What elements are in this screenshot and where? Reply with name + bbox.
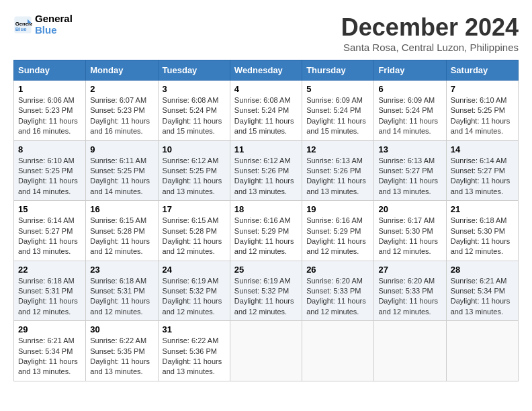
day-number: 25 xyxy=(234,265,298,275)
day-info: Sunrise: 6:12 AMSunset: 5:26 PMDaylight:… xyxy=(234,156,298,197)
calendar-cell: 3Sunrise: 6:08 AMSunset: 5:24 PMDaylight… xyxy=(158,81,230,141)
day-info: Sunrise: 6:10 AMSunset: 5:25 PMDaylight:… xyxy=(18,156,81,197)
calendar-cell: 5Sunrise: 6:09 AMSunset: 5:24 PMDaylight… xyxy=(302,81,374,141)
sunrise-label: Sunrise: 6:19 AM xyxy=(234,277,291,285)
calendar-week-1: 1Sunrise: 6:06 AMSunset: 5:23 PMDaylight… xyxy=(14,81,519,141)
day-info: Sunrise: 6:07 AMSunset: 5:23 PMDaylight:… xyxy=(90,95,153,137)
daylight-label: Daylight: 11 hours and 12 minutes. xyxy=(306,237,366,255)
calendar-cell xyxy=(302,321,374,381)
day-number: 27 xyxy=(378,265,441,275)
sunrise-label: Sunrise: 6:22 AM xyxy=(163,336,219,345)
daylight-label: Daylight: 11 hours and 16 minutes. xyxy=(90,117,150,135)
daylight-label: Daylight: 11 hours and 12 minutes. xyxy=(163,237,222,255)
day-number: 7 xyxy=(451,84,514,94)
day-number: 20 xyxy=(378,204,441,214)
day-number: 31 xyxy=(163,324,226,334)
daylight-label: Daylight: 11 hours and 15 minutes. xyxy=(234,117,294,135)
calendar-week-4: 22Sunrise: 6:18 AMSunset: 5:31 PMDayligh… xyxy=(14,261,519,321)
day-info: Sunrise: 6:17 AMSunset: 5:30 PMDaylight:… xyxy=(378,216,441,257)
day-info: Sunrise: 6:11 AMSunset: 5:25 PMDaylight:… xyxy=(90,156,153,197)
sunset-label: Sunset: 5:31 PM xyxy=(18,287,73,295)
calendar-cell: 21Sunrise: 6:18 AMSunset: 5:30 PMDayligh… xyxy=(446,201,518,261)
sunrise-label: Sunrise: 6:17 AM xyxy=(378,216,435,224)
calendar-cell: 19Sunrise: 6:16 AMSunset: 5:29 PMDayligh… xyxy=(302,201,374,261)
daylight-label: Daylight: 11 hours and 13 minutes. xyxy=(378,177,438,195)
sunset-label: Sunset: 5:33 PM xyxy=(306,287,361,295)
day-number: 14 xyxy=(451,144,514,154)
calendar-week-2: 8Sunrise: 6:10 AMSunset: 5:25 PMDaylight… xyxy=(14,140,519,201)
sunset-label: Sunset: 5:32 PM xyxy=(234,287,289,295)
day-info: Sunrise: 6:06 AMSunset: 5:23 PMDaylight:… xyxy=(18,95,81,137)
sunset-label: Sunset: 5:28 PM xyxy=(90,227,144,235)
sunset-label: Sunset: 5:32 PM xyxy=(163,287,217,295)
sunset-label: Sunset: 5:34 PM xyxy=(451,287,505,295)
day-number: 4 xyxy=(234,84,298,94)
day-info: Sunrise: 6:22 AMSunset: 5:36 PMDaylight:… xyxy=(163,336,226,377)
calendar-cell xyxy=(374,321,446,381)
sunset-label: Sunset: 5:29 PM xyxy=(234,227,289,235)
logo: General Blue General Blue xyxy=(13,13,73,36)
calendar-cell: 18Sunrise: 6:16 AMSunset: 5:29 PMDayligh… xyxy=(230,201,302,261)
calendar-cell: 17Sunrise: 6:15 AMSunset: 5:28 PMDayligh… xyxy=(158,201,230,261)
calendar-cell: 11Sunrise: 6:12 AMSunset: 5:26 PMDayligh… xyxy=(230,140,302,201)
sunrise-label: Sunrise: 6:08 AM xyxy=(234,96,291,104)
calendar-header-wednesday: Wednesday xyxy=(230,60,302,81)
daylight-label: Daylight: 11 hours and 13 minutes. xyxy=(163,177,222,195)
daylight-label: Daylight: 11 hours and 15 minutes. xyxy=(306,117,366,135)
sunrise-label: Sunrise: 6:18 AM xyxy=(90,277,146,285)
sunrise-label: Sunrise: 6:07 AM xyxy=(90,96,146,104)
sunset-label: Sunset: 5:23 PM xyxy=(90,106,144,114)
calendar-header-friday: Friday xyxy=(374,60,446,81)
day-info: Sunrise: 6:21 AMSunset: 5:34 PMDaylight:… xyxy=(451,276,514,318)
daylight-label: Daylight: 11 hours and 13 minutes. xyxy=(18,237,78,255)
daylight-label: Daylight: 11 hours and 13 minutes. xyxy=(18,357,78,375)
sunrise-label: Sunrise: 6:12 AM xyxy=(234,156,291,165)
sunset-label: Sunset: 5:29 PM xyxy=(306,227,361,235)
calendar-cell: 9Sunrise: 6:11 AMSunset: 5:25 PMDaylight… xyxy=(86,140,158,201)
calendar-header-row: SundayMondayTuesdayWednesdayThursdayFrid… xyxy=(14,60,519,81)
sunset-label: Sunset: 5:24 PM xyxy=(234,106,289,114)
sunset-label: Sunset: 5:33 PM xyxy=(378,287,433,295)
day-info: Sunrise: 6:19 AMSunset: 5:32 PMDaylight:… xyxy=(234,276,298,318)
day-number: 13 xyxy=(378,144,441,154)
sunrise-label: Sunrise: 6:12 AM xyxy=(163,156,219,165)
calendar-cell: 10Sunrise: 6:12 AMSunset: 5:25 PMDayligh… xyxy=(158,140,230,201)
calendar-cell: 24Sunrise: 6:19 AMSunset: 5:32 PMDayligh… xyxy=(158,261,230,321)
day-info: Sunrise: 6:18 AMSunset: 5:31 PMDaylight:… xyxy=(90,276,153,318)
day-number: 8 xyxy=(18,144,81,154)
sunset-label: Sunset: 5:26 PM xyxy=(306,167,361,175)
sunset-label: Sunset: 5:31 PM xyxy=(90,287,144,295)
day-info: Sunrise: 6:10 AMSunset: 5:25 PMDaylight:… xyxy=(451,95,514,137)
day-number: 19 xyxy=(306,204,369,214)
day-number: 22 xyxy=(18,265,81,275)
daylight-label: Daylight: 11 hours and 12 minutes. xyxy=(90,297,150,315)
calendar-cell: 25Sunrise: 6:19 AMSunset: 5:32 PMDayligh… xyxy=(230,261,302,321)
sunrise-label: Sunrise: 6:09 AM xyxy=(378,96,435,104)
day-info: Sunrise: 6:20 AMSunset: 5:33 PMDaylight:… xyxy=(378,276,441,318)
daylight-label: Daylight: 11 hours and 15 minutes. xyxy=(163,117,222,135)
day-number: 21 xyxy=(451,204,514,214)
sunset-label: Sunset: 5:34 PM xyxy=(18,347,73,355)
day-number: 2 xyxy=(90,84,153,94)
day-number: 30 xyxy=(90,324,153,334)
sunrise-label: Sunrise: 6:21 AM xyxy=(451,277,507,285)
logo-icon: General Blue xyxy=(13,15,32,34)
location-subtitle: Santa Rosa, Central Luzon, Philippines xyxy=(341,42,519,53)
daylight-label: Daylight: 11 hours and 14 minutes. xyxy=(90,177,150,195)
daylight-label: Daylight: 11 hours and 12 minutes. xyxy=(378,297,438,315)
sunrise-label: Sunrise: 6:20 AM xyxy=(378,277,435,285)
day-number: 26 xyxy=(306,265,369,275)
sunrise-label: Sunrise: 6:08 AM xyxy=(163,96,219,104)
sunrise-label: Sunrise: 6:14 AM xyxy=(451,156,507,165)
sunset-label: Sunset: 5:24 PM xyxy=(163,106,217,114)
sunrise-label: Sunrise: 6:18 AM xyxy=(451,216,507,224)
sunset-label: Sunset: 5:24 PM xyxy=(306,106,361,114)
day-info: Sunrise: 6:14 AMSunset: 5:27 PMDaylight:… xyxy=(18,216,81,257)
daylight-label: Daylight: 11 hours and 13 minutes. xyxy=(234,177,294,195)
day-number: 17 xyxy=(163,204,226,214)
sunrise-label: Sunrise: 6:10 AM xyxy=(451,96,507,104)
calendar-header-saturday: Saturday xyxy=(446,60,518,81)
calendar-cell: 4Sunrise: 6:08 AMSunset: 5:24 PMDaylight… xyxy=(230,81,302,141)
calendar-header-sunday: Sunday xyxy=(14,60,86,81)
daylight-label: Daylight: 11 hours and 12 minutes. xyxy=(451,237,511,255)
